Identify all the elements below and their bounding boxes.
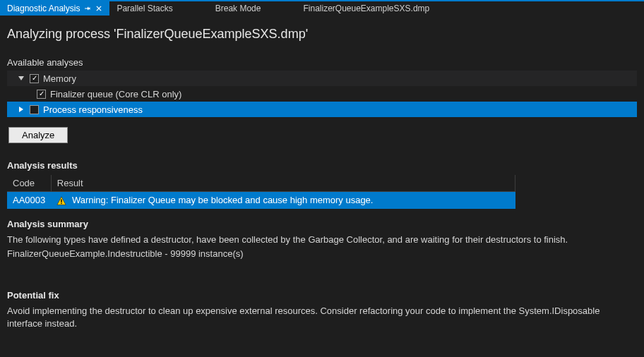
tab-label: Break Mode bbox=[215, 4, 261, 13]
close-icon[interactable] bbox=[95, 5, 102, 12]
checkbox-memory[interactable] bbox=[30, 74, 39, 83]
available-analyses-label: Available analyses bbox=[7, 54, 637, 71]
analysis-results-label: Analysis results bbox=[7, 160, 637, 171]
col-result[interactable]: Result bbox=[51, 175, 515, 192]
summary-text-2: FinalizerQueueExample.Indestructible - 9… bbox=[7, 248, 637, 260]
checkbox-responsiveness[interactable] bbox=[30, 105, 39, 114]
results-table: Code Result AA0003 Warning: Finalizer Qu… bbox=[7, 175, 515, 209]
table-header-row: Code Result bbox=[7, 175, 515, 192]
potential-fix-label: Potential fix bbox=[7, 290, 637, 301]
svg-rect-1 bbox=[61, 202, 62, 203]
tree-label: Memory bbox=[43, 73, 76, 84]
potential-fix-text: Avoid implementing the destructor to cle… bbox=[7, 305, 637, 330]
tree-item-process-responsiveness[interactable]: Process responsiveness bbox=[7, 102, 637, 117]
tab-label: Parallel Stacks bbox=[117, 4, 172, 13]
tab-label: Diagnostic Analysis bbox=[7, 4, 80, 13]
cell-result-text: Warning: Finalizer Queue may be blocked … bbox=[72, 195, 374, 205]
table-row[interactable]: AA0003 Warning: Finalizer Queue may be b… bbox=[7, 192, 515, 209]
expander-icon[interactable] bbox=[17, 105, 25, 114]
checkbox-finalizer[interactable] bbox=[37, 90, 46, 99]
svg-rect-0 bbox=[61, 199, 62, 202]
analyze-button[interactable]: Analyze bbox=[8, 127, 68, 143]
tab-label: FinalizerQueueExampleSXS.dmp bbox=[303, 4, 429, 13]
tab-break-mode[interactable]: Break Mode bbox=[208, 1, 268, 16]
tab-diagnostic-analysis[interactable]: Diagnostic Analysis bbox=[0, 1, 109, 16]
col-code[interactable]: Code bbox=[7, 175, 51, 192]
expander-icon[interactable] bbox=[17, 74, 25, 83]
cell-result: Warning: Finalizer Queue may be blocked … bbox=[51, 192, 515, 209]
tab-dump-file[interactable]: FinalizerQueueExampleSXS.dmp bbox=[296, 1, 436, 16]
tree-item-finalizer-queue[interactable]: Finalizer queue (Core CLR only) bbox=[7, 86, 637, 102]
summary-text-1: The following types have defined a destr… bbox=[7, 234, 637, 246]
pin-icon[interactable] bbox=[84, 5, 91, 12]
tab-parallel-stacks[interactable]: Parallel Stacks bbox=[109, 1, 179, 16]
page-title: Analyzing process 'FinalizerQueueExample… bbox=[7, 27, 637, 42]
warning-icon bbox=[56, 196, 66, 206]
content-area: Analyzing process 'FinalizerQueueExample… bbox=[0, 16, 644, 339]
analyses-tree: Memory Finalizer queue (Core CLR only) P… bbox=[7, 71, 637, 117]
tab-bar: Diagnostic Analysis Parallel Stacks Brea… bbox=[0, 0, 644, 16]
tree-label: Finalizer queue (Core CLR only) bbox=[50, 89, 181, 99]
tree-label: Process responsiveness bbox=[43, 104, 143, 115]
analysis-summary-label: Analysis summary bbox=[7, 219, 637, 229]
cell-code: AA0003 bbox=[7, 192, 51, 209]
tree-item-memory[interactable]: Memory bbox=[7, 71, 637, 86]
